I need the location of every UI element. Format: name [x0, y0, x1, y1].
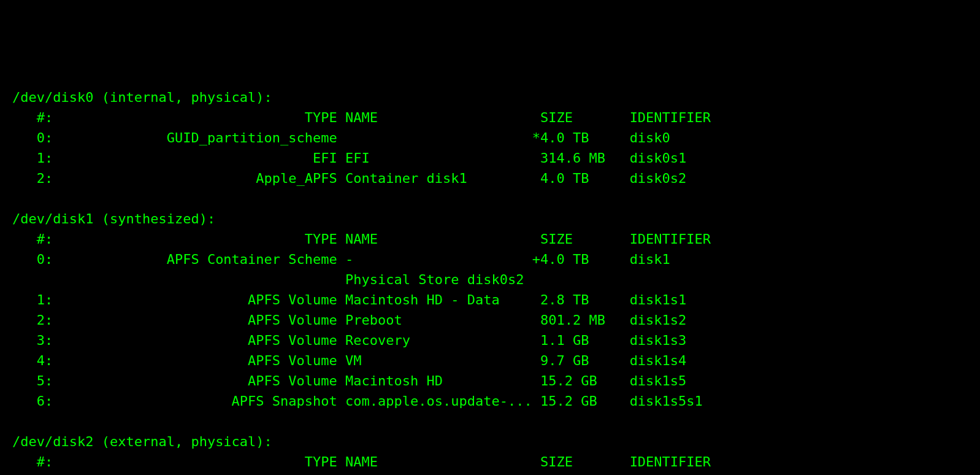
disk-block: /dev/disk1 (synthesized): #: TYPE NAME S… — [12, 209, 968, 411]
partition-row: 3: APFS Volume Recovery 1.1 GB disk1s3 — [12, 333, 686, 348]
partition-row: 4: APFS Volume VM 9.7 GB disk1s4 — [12, 353, 686, 368]
partition-row: 6: APFS Snapshot com.apple.os.update-...… — [12, 393, 703, 409]
partition-row: 1: EFI EFI 314.6 MB disk0s1 — [12, 150, 686, 166]
terminal-output: /dev/disk0 (internal, physical): #: TYPE… — [12, 87, 968, 475]
partition-row: 5: APFS Volume Macintosh HD 15.2 GB disk… — [12, 373, 686, 388]
column-header: #: TYPE NAME SIZE IDENTIFIER — [12, 454, 711, 469]
disk-block: /dev/disk2 (external, physical): #: TYPE… — [12, 431, 968, 475]
disk-header: /dev/disk0 (internal, physical): — [12, 90, 272, 105]
disk-block: /dev/disk0 (internal, physical): #: TYPE… — [12, 87, 968, 188]
disk-header: /dev/disk1 (synthesized): — [12, 211, 215, 226]
partition-row: 2: APFS Volume Preboot 801.2 MB disk1s2 — [12, 312, 686, 328]
partition-row: 2: Apple_APFS Container disk1 4.0 TB dis… — [12, 171, 686, 186]
partition-row: 0: APFS Container Scheme - +4.0 TB disk1 — [12, 252, 670, 267]
partition-row: 0: GUID_partition_scheme *4.0 TB disk0 — [12, 130, 670, 145]
column-header: #: TYPE NAME SIZE IDENTIFIER — [12, 110, 711, 125]
partition-row: 1: APFS Volume Macintosh HD - Data 2.8 T… — [12, 292, 686, 307]
column-header: #: TYPE NAME SIZE IDENTIFIER — [12, 231, 711, 247]
partition-extra: Physical Store disk0s2 — [12, 272, 524, 287]
disk-header: /dev/disk2 (external, physical): — [12, 434, 272, 449]
